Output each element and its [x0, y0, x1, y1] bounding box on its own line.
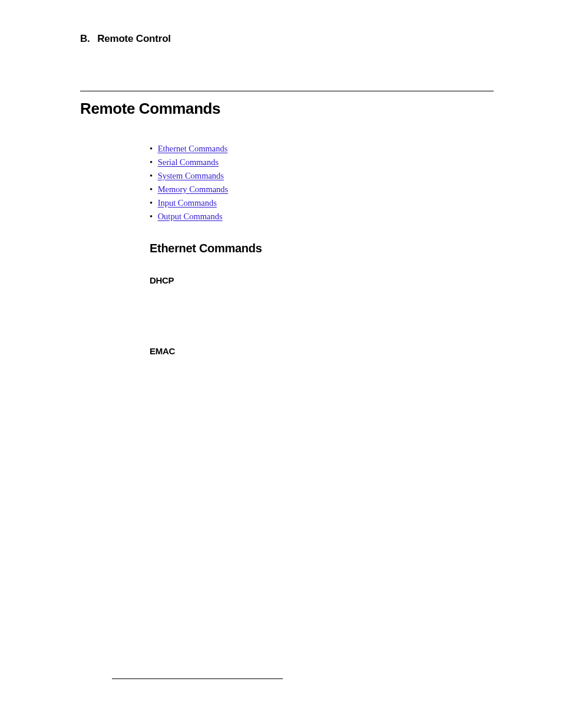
bullet-icon: •: [150, 198, 156, 208]
section-ethernet-commands: Ethernet Commands DHCP Enable or disable…: [150, 242, 494, 397]
bullet-icon: •: [150, 185, 156, 195]
footnote-rule: [112, 678, 283, 679]
toc-link-system-commands[interactable]: System Commands: [158, 171, 224, 180]
horizontal-rule: [80, 91, 494, 91]
dhcp-values: Values: 0 = Off (Static IP), 1 = On (DHC…: [150, 314, 494, 326]
dhcp-description: Enable or disable the DHCP setting.: [150, 289, 494, 301]
toc-item: • Input Commands: [150, 198, 494, 208]
bullet-icon: •: [150, 212, 156, 222]
header-section-title: Remote Control: [97, 33, 171, 44]
toc-link-ethernet-commands[interactable]: Ethernet Commands: [158, 144, 228, 153]
dhcp-command: Command: DHCP␣[value]: [150, 301, 494, 314]
heading-ethernet-commands: Ethernet Commands: [150, 242, 494, 255]
page: B. Remote Control Remote Commands • Ethe…: [0, 0, 562, 728]
emac-response: Response format: xx.xx.xx.xx.xx.xx: [150, 384, 494, 397]
bullet-icon: •: [150, 144, 156, 154]
bullet-icon: •: [150, 171, 156, 181]
toc-item: • Output Commands: [150, 212, 494, 222]
emac-description: Retrieve the ECP MAC address.: [150, 360, 494, 372]
dhcp-values-label: Values:: [150, 315, 175, 324]
header-section-letter: B.: [80, 33, 90, 45]
bullet-icon: •: [150, 157, 156, 167]
toc-link-input-commands[interactable]: Input Commands: [158, 198, 217, 207]
emac-command: Command: EMAC: [150, 372, 494, 384]
toc-link-memory-commands[interactable]: Memory Commands: [158, 185, 229, 194]
toc-link-serial-commands[interactable]: Serial Commands: [158, 157, 219, 167]
toc-item: • Ethernet Commands: [150, 144, 494, 154]
toc-item: • System Commands: [150, 171, 494, 181]
page-header: B. Remote Control: [80, 33, 494, 45]
heading-dhcp: DHCP: [150, 275, 494, 285]
dhcp-values-text: 0 = Off (Static IP), 1 = On (DHCP): [177, 315, 297, 324]
table-of-contents: • Ethernet Commands • Serial Commands • …: [150, 144, 494, 222]
toc-item: • Serial Commands: [150, 157, 494, 167]
heading-emac: EMAC: [150, 346, 494, 356]
toc-item: • Memory Commands: [150, 185, 494, 195]
heading-remote-commands: Remote Commands: [80, 100, 494, 118]
toc-link-output-commands[interactable]: Output Commands: [158, 212, 223, 221]
